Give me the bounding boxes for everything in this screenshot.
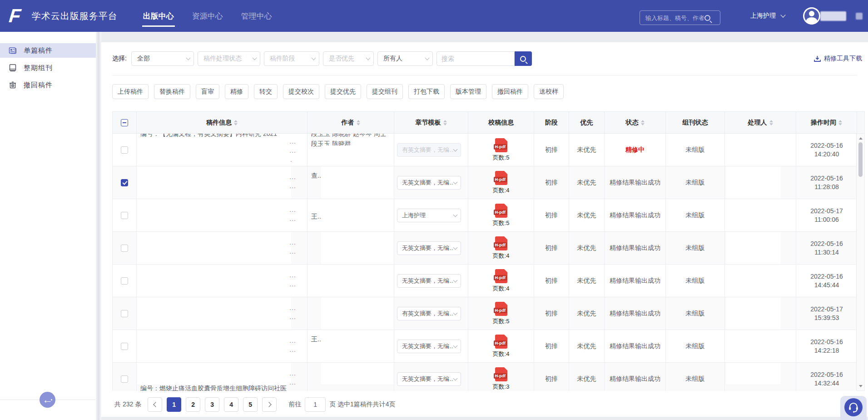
action-button[interactable]: 打包下载 <box>408 84 445 99</box>
cell-manuscript-info: ...... <box>137 330 308 362</box>
row-checkbox[interactable] <box>121 343 128 350</box>
scrollbar-thumb[interactable] <box>858 142 863 177</box>
column-header-template[interactable]: 章节模板 <box>394 112 468 133</box>
goto-label: 前往 <box>288 400 301 409</box>
keyword-search-input[interactable] <box>436 51 515 66</box>
column-header-priority: 优先 <box>569 112 605 133</box>
filter-select-4[interactable]: 所有人 <box>377 51 433 66</box>
nav-manage-center[interactable]: 管理中心 <box>240 8 273 24</box>
section-divider <box>112 75 857 75</box>
select-all-checkbox[interactable] <box>121 119 128 126</box>
cell-priority: 未优先 <box>569 134 605 166</box>
template-select[interactable]: 有英文摘要，无编… <box>397 143 461 157</box>
template-select[interactable]: 无英文摘要，无编… <box>397 340 461 353</box>
sidebar-item-withdrawn-manuscript[interactable]: 撤回稿件 <box>0 78 96 92</box>
page-button-3[interactable]: 3 <box>205 397 219 412</box>
prev-page-button[interactable] <box>148 397 162 412</box>
pdf-file-icon[interactable]: H-pdf <box>495 204 507 218</box>
scroll-down-icon[interactable] <box>857 382 864 390</box>
template-select[interactable]: 无英文摘要，无编… <box>397 176 461 190</box>
action-button[interactable]: 盲审 <box>196 84 219 99</box>
column-header-handler[interactable]: 处理人 <box>725 112 796 133</box>
row-checkbox[interactable] <box>121 245 128 252</box>
collapse-back-button[interactable]: ← <box>40 392 55 408</box>
app-title: 学术云出版服务平台 <box>32 10 118 22</box>
sidebar-item-label: 单篇稿件 <box>24 46 53 55</box>
pdf-file-icon[interactable]: H-pdf <box>495 269 507 283</box>
cell-manuscript-info: ...... <box>137 166 308 199</box>
action-button[interactable]: 精修 <box>225 84 248 99</box>
scroll-up-icon[interactable] <box>857 135 864 142</box>
row-checkbox[interactable] <box>121 277 128 285</box>
filter-select-1[interactable]: 稿件处理状态 <box>198 51 260 66</box>
page-button-5[interactable]: 5 <box>243 397 258 412</box>
page-button-1[interactable]: 1 <box>167 397 181 412</box>
search-button[interactable] <box>515 51 532 66</box>
chat-widget[interactable] <box>840 396 867 420</box>
cell-operate-time: 2022-05-1715:39:53 <box>796 297 857 330</box>
action-button[interactable]: 版本管理 <box>450 84 486 99</box>
page-button-4[interactable]: 4 <box>224 397 238 412</box>
cell-operate-time: 2022-05-1614:22:18 <box>796 330 857 362</box>
filter-select-3[interactable]: 是否优先 <box>323 51 374 66</box>
cell-operate-time: 2022-05-1614:20:40 <box>796 134 857 166</box>
cell-status: 精修中 <box>605 134 666 166</box>
customer-service-icon[interactable] <box>844 398 863 416</box>
action-button[interactable]: 上传稿件 <box>112 84 149 99</box>
cell-proof-info: H-pdf页数:5 <box>468 199 534 231</box>
avatar[interactable] <box>803 7 820 25</box>
sidebar-item-single-manuscript[interactable]: 单篇稿件 <box>0 43 96 58</box>
action-button[interactable]: 转交 <box>254 84 278 99</box>
pdf-file-icon[interactable]: H-pdf <box>495 302 507 316</box>
column-header-info[interactable]: 稿件信息 <box>137 112 308 133</box>
pdf-file-icon[interactable]: H-pdf <box>495 236 507 250</box>
pdf-file-icon[interactable]: H-pdf <box>495 335 507 349</box>
column-header-time[interactable]: 操作时间 <box>796 112 857 133</box>
table-scrollbar[interactable] <box>856 134 864 390</box>
refine-tool-download-link[interactable]: 精修工具下载 <box>813 51 862 66</box>
nav-resource-center[interactable]: 资源中心 <box>191 8 224 24</box>
cell-authors: 段玉玉 陈晓群 赵琴琴 周士段玉玉 陈晓群 <box>308 134 394 166</box>
template-select[interactable]: 上海护理 <box>397 209 461 222</box>
template-select[interactable]: 无英文摘要，无编… <box>397 241 461 255</box>
filter-select-2[interactable]: 稿件阶段 <box>264 51 319 66</box>
template-select[interactable]: 有英文摘要，无编… <box>397 307 461 320</box>
search-icon[interactable] <box>704 15 710 21</box>
filter-select-0[interactable]: 全部 <box>131 51 194 66</box>
sidebar-splitter[interactable] <box>96 32 101 420</box>
goto-page-input[interactable] <box>305 397 326 412</box>
page-button-2[interactable]: 2 <box>186 397 200 412</box>
user-menu[interactable]: 上海护理 <box>750 0 785 32</box>
journal-icon <box>8 63 17 72</box>
cell-template: 无英文摘要，无编… <box>394 330 468 362</box>
action-button[interactable]: 提交组刊 <box>367 84 403 99</box>
next-page-button[interactable] <box>262 397 277 412</box>
redacted-username <box>820 11 846 21</box>
action-button[interactable]: 替换稿件 <box>154 84 190 99</box>
row-checkbox[interactable] <box>121 179 128 186</box>
global-search-input[interactable] <box>645 15 704 21</box>
row-checkbox[interactable] <box>121 212 128 219</box>
nav-publish-center[interactable]: 出版中心 <box>142 8 175 24</box>
action-button[interactable]: 撤回稿件 <box>492 84 528 99</box>
action-button[interactable]: 送校样 <box>534 84 564 99</box>
template-select[interactable]: 无英文摘要，无编… <box>397 372 461 386</box>
cell-handler <box>725 330 796 362</box>
row-checkbox[interactable] <box>121 375 128 383</box>
column-header-author[interactable]: 作者 <box>308 112 394 133</box>
cell-stage: 初排 <box>534 232 569 264</box>
pdf-file-icon[interactable]: H-pdf <box>495 138 507 152</box>
cell-template: 无英文摘要，无编… <box>394 363 468 391</box>
action-button[interactable]: 提交优先 <box>325 84 361 99</box>
cell-handler <box>725 363 796 391</box>
sidebar-item-issue-assembly[interactable]: 整期组刊 <box>0 60 96 75</box>
global-search[interactable] <box>640 10 720 25</box>
pdf-file-icon[interactable]: H-pdf <box>495 171 507 185</box>
row-checkbox[interactable] <box>121 310 128 317</box>
row-checkbox[interactable] <box>121 146 128 154</box>
action-button[interactable]: 提交校次 <box>283 84 319 99</box>
pdf-file-icon[interactable]: H-pdf <box>495 367 507 381</box>
template-select[interactable]: 无英文摘要，无编… <box>397 274 461 288</box>
cell-handler <box>725 166 796 199</box>
column-header-status[interactable]: 状态 <box>605 112 666 133</box>
